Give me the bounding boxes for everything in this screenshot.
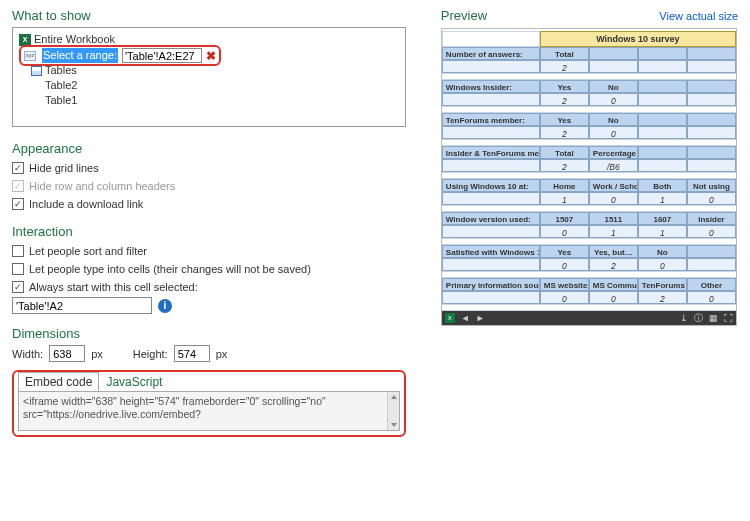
- excel-mini-icon[interactable]: X: [445, 313, 455, 323]
- section-interaction: Interaction: [12, 224, 406, 239]
- preview-cell: [442, 225, 540, 238]
- preview-row-label: Using Windows 10 at:: [442, 179, 540, 192]
- scrollbar[interactable]: [387, 392, 399, 430]
- preview-cell: 0: [540, 258, 589, 271]
- preview-col-head: Total: [540, 146, 589, 159]
- excel-icon: X: [19, 34, 31, 46]
- preview-cell: 2: [638, 291, 687, 304]
- tree-item-table[interactable]: Table2: [45, 78, 399, 93]
- range-icon: xyz: [24, 51, 36, 61]
- option-label: Let people sort and filter: [29, 245, 147, 257]
- preview-cell: [442, 159, 540, 172]
- embed-code-box[interactable]: <iframe width="638" height="574" framebo…: [18, 391, 400, 431]
- preview-col-head: Home: [540, 179, 589, 192]
- checkbox-icon[interactable]: [12, 245, 24, 257]
- tree-label: Table2: [45, 78, 77, 93]
- opt-hide-headers: Hide row and column headers: [12, 178, 406, 194]
- preview-gap: [442, 271, 736, 278]
- opt-hide-grid[interactable]: Hide grid lines: [12, 160, 406, 176]
- preview-col-head: Work / School: [589, 179, 638, 192]
- preview-cell: [687, 93, 736, 106]
- info-icon[interactable]: i: [158, 299, 172, 313]
- preview-row-label: Insider & TenForums member:: [442, 146, 540, 159]
- preview-col-head: Yes: [540, 113, 589, 126]
- checkbox-icon[interactable]: [12, 162, 24, 174]
- start-cell-input[interactable]: [12, 297, 152, 314]
- preview-col-head: 1607: [638, 212, 687, 225]
- preview-cell: /B6: [589, 159, 638, 172]
- preview-col-head: Not using: [687, 179, 736, 192]
- sheet-nav-prev-icon[interactable]: ◄: [461, 313, 470, 323]
- preview-cell: 0: [687, 291, 736, 304]
- preview-pane: Windows 10 survey Number of answers:Tota…: [441, 28, 737, 326]
- checkbox-icon[interactable]: [12, 263, 24, 275]
- opt-sort-filter[interactable]: Let people sort and filter: [12, 243, 406, 259]
- height-label: Height:: [133, 348, 168, 360]
- embed-code-text: <iframe width="638" height="574" framebo…: [23, 395, 326, 420]
- preview-gap: [442, 205, 736, 212]
- preview-gap: [442, 304, 736, 311]
- info-bar-icon[interactable]: ⓘ: [694, 312, 703, 325]
- preview-col-head: No: [589, 80, 638, 93]
- grid-view-icon[interactable]: ▦: [709, 313, 718, 323]
- preview-col-head: [638, 47, 687, 60]
- what-to-show-tree[interactable]: X Entire Workbook xyz Select a range: ✖ …: [12, 27, 406, 127]
- opt-start-cell[interactable]: Always start with this cell selected:: [12, 279, 406, 295]
- preview-cell: 0: [540, 225, 589, 238]
- preview-cell: [638, 93, 687, 106]
- preview-cell: [442, 258, 540, 271]
- tree-item-table[interactable]: Table1: [45, 93, 399, 108]
- preview-cell: 2: [540, 159, 589, 172]
- select-range-label[interactable]: Select a range:: [42, 48, 118, 63]
- preview-cell: [638, 60, 687, 73]
- preview-gap: [442, 73, 736, 80]
- preview-cell: 2: [540, 93, 589, 106]
- preview-gap: [442, 106, 736, 113]
- preview-col-head: [638, 146, 687, 159]
- opt-type-cells[interactable]: Let people type into cells (their change…: [12, 261, 406, 277]
- checkbox-icon[interactable]: [12, 198, 24, 210]
- preview-cell: [687, 159, 736, 172]
- option-label: Let people type into cells (their change…: [29, 263, 311, 275]
- preview-cell: 0: [638, 258, 687, 271]
- preview-cell: [638, 126, 687, 139]
- range-input[interactable]: [122, 48, 202, 63]
- download-icon[interactable]: ⤓: [680, 313, 688, 323]
- preview-cell: 0: [687, 225, 736, 238]
- table-icon: [31, 66, 42, 76]
- preview-col-head: Yes: [540, 80, 589, 93]
- preview-col-head: [687, 47, 736, 60]
- preview-cell: [442, 60, 540, 73]
- view-actual-size-link[interactable]: View actual size: [659, 10, 738, 22]
- sheet-nav-next-icon[interactable]: ►: [476, 313, 485, 323]
- px-label: px: [216, 348, 228, 360]
- preview-col-head: MS websites: [540, 278, 589, 291]
- section-appearance: Appearance: [12, 141, 406, 156]
- preview-cell: [442, 192, 540, 205]
- preview-cell: 2: [589, 258, 638, 271]
- preview-col-head: Percentage: [589, 146, 638, 159]
- preview-col-head: 1507: [540, 212, 589, 225]
- preview-cell: [638, 159, 687, 172]
- preview-row-label: Number of answers:: [442, 47, 540, 60]
- preview-col-head: Both: [638, 179, 687, 192]
- fullsize-icon[interactable]: ⛶: [724, 313, 733, 323]
- preview-cell: 1: [540, 192, 589, 205]
- preview-title: Windows 10 survey: [540, 31, 736, 47]
- clear-range-icon[interactable]: ✖: [206, 50, 216, 62]
- preview-col-head: Yes: [540, 245, 589, 258]
- preview-col-head: [687, 80, 736, 93]
- width-input[interactable]: [49, 345, 85, 362]
- preview-cell: 2: [540, 60, 589, 73]
- tab-javascript[interactable]: JavaScript: [99, 372, 169, 392]
- preview-cell: 0: [589, 291, 638, 304]
- preview-col-head: Other: [687, 278, 736, 291]
- tab-embed-code[interactable]: Embed code: [18, 372, 99, 392]
- preview-cell: [442, 291, 540, 304]
- checkbox-icon[interactable]: [12, 281, 24, 293]
- height-input[interactable]: [174, 345, 210, 362]
- opt-download-link[interactable]: Include a download link: [12, 196, 406, 212]
- preview-row-label: Satisfied with Windows 10:: [442, 245, 540, 258]
- preview-cell: 0: [589, 126, 638, 139]
- px-label: px: [91, 348, 103, 360]
